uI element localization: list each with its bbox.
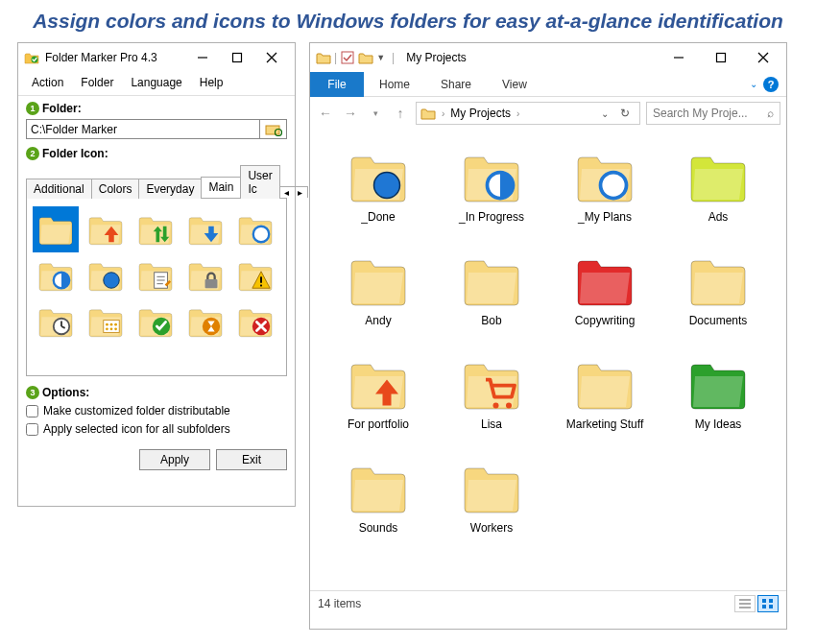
address-dropdown-icon[interactable]: ⌄ [601, 108, 609, 119]
folder-label: Documents [689, 314, 748, 327]
nav-history-icon[interactable]: ▾ [366, 108, 385, 118]
option-subfolders-checkbox[interactable] [26, 423, 38, 436]
nav-up-icon[interactable]: ↑ [391, 106, 410, 121]
folder-item[interactable]: _My Plans [548, 147, 661, 250]
option-subfolders[interactable]: Apply selected icon for all subfolders [26, 422, 287, 436]
tab-scroll-left-icon[interactable]: ◂ [280, 187, 294, 198]
option-distributable[interactable]: Make customized folder distributable [26, 404, 287, 417]
refresh-icon[interactable]: ↻ [614, 107, 636, 120]
svg-point-39 [506, 403, 512, 409]
overlay-circle-full-icon [101, 270, 122, 291]
folder-item[interactable]: Ads [661, 147, 775, 250]
folder-label: Andy [365, 314, 391, 327]
svg-point-24 [106, 327, 108, 330]
search-box[interactable]: Search My Proje... ⌕ [646, 102, 780, 125]
breadcrumb[interactable]: My Projects [450, 107, 511, 120]
folder-label: _Done [361, 210, 395, 224]
overlay-clock-icon [51, 316, 72, 337]
ribbon-view-tab[interactable]: View [487, 78, 542, 91]
icon-choice-1-3[interactable] [182, 252, 228, 298]
tab-colors[interactable]: Colors [91, 179, 140, 199]
folder-item[interactable]: Workers [435, 458, 548, 561]
browse-button[interactable] [260, 119, 287, 139]
overlay-arrow-updown-icon [151, 224, 172, 245]
folder-item[interactable]: Bob [435, 250, 548, 354]
address-bar[interactable]: › My Projects › ⌄ ↻ [416, 102, 640, 125]
ribbon-share-tab[interactable]: Share [425, 78, 487, 91]
icon-choice-0-0[interactable] [33, 206, 79, 252]
tab-scroll-right-icon[interactable]: ▸ [294, 187, 307, 198]
icon-choice-2-2[interactable] [132, 298, 179, 345]
status-bar: 14 items [310, 590, 786, 615]
folder-item[interactable]: _In Progress [435, 147, 548, 250]
folder-item[interactable]: Documents [661, 250, 775, 354]
icon-choice-1-2[interactable] [132, 252, 179, 298]
folder-icon [345, 458, 412, 517]
folder-item[interactable]: My Ideas [661, 354, 775, 458]
maximize-button[interactable] [220, 46, 254, 69]
icon-choice-0-1[interactable] [83, 206, 129, 252]
icon-choice-2-3[interactable] [182, 298, 228, 345]
new-folder-icon[interactable] [358, 50, 373, 65]
icon-choice-1-0[interactable] [33, 252, 79, 298]
menu-language[interactable]: Language [123, 74, 189, 91]
icon-choice-1-4[interactable] [232, 252, 278, 298]
tab-main[interactable]: Main [201, 177, 241, 198]
nav-forward-icon[interactable]: → [341, 106, 360, 121]
view-details-icon[interactable] [734, 595, 756, 612]
option-distributable-checkbox[interactable] [26, 405, 38, 417]
icon-choice-0-3[interactable] [182, 206, 228, 252]
fm-titlebar: Folder Marker Pro 4.3 [18, 43, 295, 72]
ribbon-file-tab[interactable]: File [310, 72, 364, 97]
folder-item[interactable]: Andy [322, 250, 435, 354]
folder-label: Copywriting [575, 314, 636, 327]
folder-icon [458, 458, 525, 517]
icon-choice-2-4[interactable] [232, 298, 278, 345]
search-icon: ⌕ [767, 107, 774, 120]
folder-icon [345, 147, 412, 206]
tab-additional[interactable]: Additional [26, 179, 92, 199]
folder-item[interactable]: For portfolio [322, 354, 435, 458]
ribbon: File Home Share View ⌄ ? [310, 72, 786, 97]
icon-choice-0-2[interactable] [132, 206, 179, 252]
menu-folder[interactable]: Folder [73, 74, 121, 91]
nav-back-icon[interactable]: ← [316, 106, 335, 121]
tab-everyday[interactable]: Everyday [138, 179, 202, 199]
menu-help[interactable]: Help [192, 74, 231, 91]
ex-close-button[interactable] [742, 45, 784, 70]
ex-titlebar: | ▼ | My Projects [310, 43, 786, 72]
folder-item[interactable]: Copywriting [548, 250, 661, 354]
ex-minimize-button[interactable] [658, 45, 700, 70]
folder-section-label: 1 Folder: [26, 102, 287, 115]
fm-title: Folder Marker Pro 4.3 [45, 51, 185, 64]
ex-maximize-button[interactable] [700, 45, 742, 70]
tab-user[interactable]: User Ic [240, 165, 279, 199]
view-icons-icon[interactable] [757, 595, 779, 612]
icon-choice-1-1[interactable] [83, 252, 129, 298]
apply-button[interactable]: Apply [139, 449, 210, 470]
ribbon-expand-icon[interactable]: ⌄ [750, 79, 757, 89]
folder-item[interactable]: Marketing Stuff [548, 354, 661, 458]
icon-choice-2-0[interactable] [33, 298, 79, 345]
folder-label: Marketing Stuff [566, 417, 643, 431]
help-icon[interactable]: ? [763, 77, 779, 92]
ribbon-home-tab[interactable]: Home [364, 78, 425, 91]
quick-access-toolbar: | ▼ | [316, 50, 398, 65]
qat-chevron-icon[interactable]: ▼ [376, 53, 385, 62]
minimize-button[interactable] [185, 46, 220, 69]
folder-item[interactable]: Sounds [322, 458, 435, 561]
exit-button[interactable]: Exit [216, 449, 287, 470]
folder-item[interactable]: Lisa [435, 354, 548, 458]
icon-choice-2-1[interactable] [83, 298, 129, 345]
folder-item[interactable]: _Done [322, 147, 435, 250]
icon-choice-0-4[interactable] [232, 206, 278, 252]
properties-icon[interactable] [340, 50, 355, 65]
folder-path-input[interactable] [26, 119, 260, 139]
close-button[interactable] [254, 46, 289, 69]
option-subfolders-label: Apply selected icon for all subfolders [43, 422, 230, 436]
overlay-arrow-up-icon [370, 375, 404, 410]
menu-action[interactable]: Action [24, 74, 71, 91]
folder-icon [571, 250, 638, 310]
tab-scroll[interactable]: ◂ ▸ [279, 186, 308, 198]
folder-grid: _Done _In Progress _My Plans Ads Andy Bo… [310, 130, 786, 590]
